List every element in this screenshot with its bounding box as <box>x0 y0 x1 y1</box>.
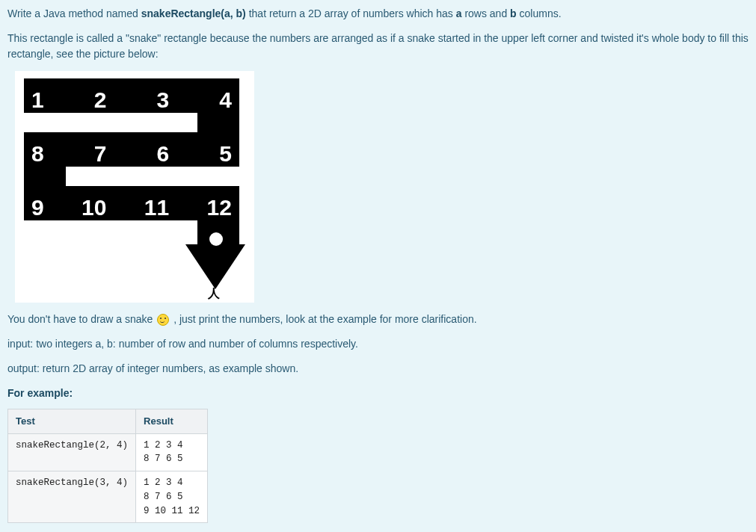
snake-eye-icon <box>209 232 223 246</box>
test-cell: snakeRectangle(3, 4) <box>8 471 136 523</box>
snake-cell: 1 <box>31 83 44 117</box>
text: Write a Java method named <box>7 7 141 19</box>
text: You don't have to draw a snake <box>7 313 156 325</box>
example-label: For example: <box>7 386 749 401</box>
snake-cell: 12 <box>207 191 232 224</box>
snake-cell: 10 <box>82 191 106 224</box>
after-image-line: You don't have to draw a snake , just pr… <box>7 312 749 327</box>
col-header-result: Result <box>136 409 208 434</box>
snake-cell: 8 <box>31 137 44 170</box>
output-description: output: return 2D array of integer numbe… <box>7 361 749 377</box>
table-row: snakeRectangle(2, 4) 1 2 3 4 8 7 6 5 <box>8 433 208 471</box>
snake-illustration: 1 2 3 4 8 7 6 5 9 10 11 12 人 <box>15 71 254 303</box>
snake-head-icon <box>185 244 245 289</box>
snake-cell: 5 <box>219 137 232 170</box>
method-name: snakeRectangle(a, b) <box>141 7 246 19</box>
param-b: b <box>510 7 517 19</box>
col-header-test: Test <box>8 409 136 434</box>
test-cell: snakeRectangle(2, 4) <box>8 433 136 471</box>
input-description: input: two integers a, b: number of row … <box>7 336 749 352</box>
snake-cell: 6 <box>157 137 170 170</box>
result-cell: 1 2 3 4 8 7 6 5 <box>136 433 208 471</box>
text: , just print the numbers, look at the ex… <box>170 313 476 325</box>
snake-cell: 11 <box>144 191 169 224</box>
snake-tongue-icon: 人 <box>208 285 220 303</box>
text: rows and <box>462 7 511 19</box>
problem-statement: Write a Java method named snakeRectangle… <box>0 0 756 529</box>
snake-cell: 9 <box>31 191 44 224</box>
intro-line-1: Write a Java method named snakeRectangle… <box>7 6 749 22</box>
snake-cell: 7 <box>94 137 107 170</box>
text: that return a 2D array of numbers which … <box>246 7 456 19</box>
intro-line-2: This rectangle is called a "snake" recta… <box>7 31 749 62</box>
text: columns. <box>517 7 562 19</box>
snake-cell: 4 <box>219 83 232 117</box>
snake-cell: 2 <box>94 83 107 117</box>
table-row: snakeRectangle(3, 4) 1 2 3 4 8 7 6 5 9 1… <box>8 471 208 523</box>
smiley-icon <box>157 314 169 326</box>
result-cell: 1 2 3 4 8 7 6 5 9 10 11 12 <box>136 471 208 523</box>
param-a: a <box>456 7 462 19</box>
example-table: Test Result snakeRectangle(2, 4) 1 2 3 4… <box>7 409 208 523</box>
snake-cell: 3 <box>157 83 170 117</box>
